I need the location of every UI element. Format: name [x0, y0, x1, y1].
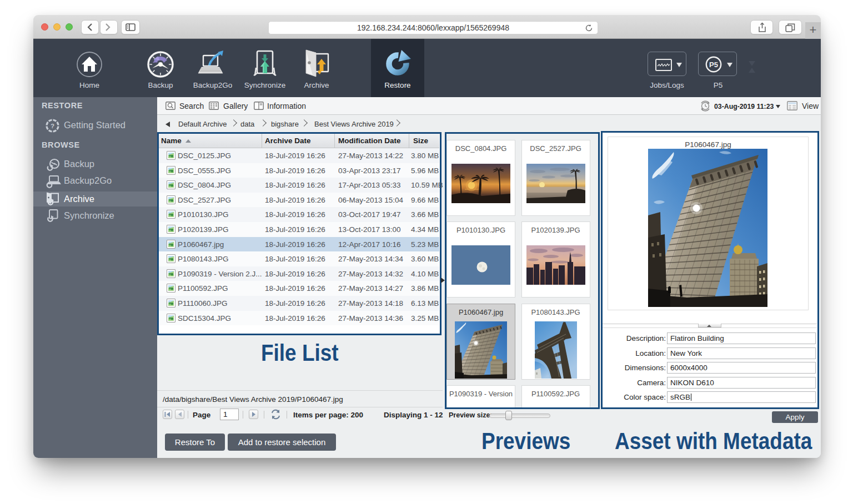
svg-text:?: ? [51, 123, 54, 129]
